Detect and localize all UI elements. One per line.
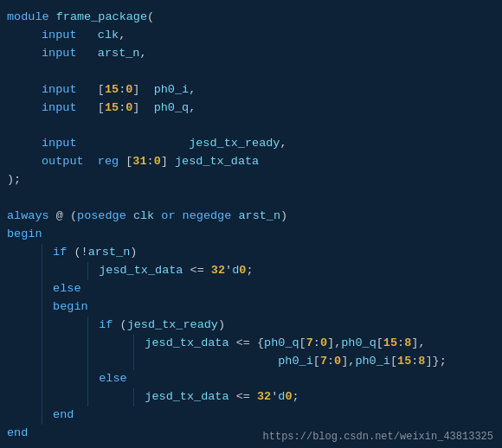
- code-line-7: [7, 118, 495, 136]
- code-line-8: input jesd_tx_ready ,: [7, 135, 495, 153]
- code-line-23: end: [7, 406, 495, 425]
- ident-ph0-i: ph0_i: [154, 81, 190, 99]
- code-line-14: if (! arst_n ): [7, 244, 495, 262]
- keyword-reg: reg: [98, 153, 119, 171]
- code-line-2: input clk ,: [7, 27, 495, 45]
- keyword-input-3: input: [42, 81, 77, 99]
- code-line-6: input [ 15 : 0 ] ph0_q ,: [7, 99, 495, 118]
- code-line-5: input [ 15 : 0 ] ph0_i ,: [7, 81, 495, 99]
- keyword-module: module: [7, 9, 49, 27]
- code-line-3: input arst_n ,: [7, 45, 495, 63]
- keyword-if-2: if: [99, 317, 113, 335]
- keyword-posedge: posedge: [77, 208, 126, 226]
- keyword-else-2: else: [99, 370, 126, 388]
- keyword-always: always: [7, 208, 49, 226]
- code-line-25: [7, 443, 495, 448]
- code-line-20: ph0_i [ 7 : 0 ], ph0_i [ 15 : 8 ]};: [7, 353, 495, 371]
- code-line-10: );: [7, 171, 495, 189]
- keyword-end-1: end: [53, 406, 74, 425]
- code-line-9: output reg [ 31 : 0 ] jesd_tx_data: [7, 153, 495, 171]
- keyword-input-1: input: [42, 27, 77, 45]
- code-line-1: module frame_package (: [7, 9, 495, 27]
- code-line-18: if ( jesd_tx_ready ): [7, 317, 495, 335]
- keyword-input-4: input: [42, 99, 77, 118]
- keyword-input-2: input: [42, 45, 77, 63]
- code-line-16: else: [7, 280, 495, 298]
- keyword-input-5: input: [42, 135, 77, 153]
- keyword-begin-2: begin: [53, 298, 88, 317]
- code-line-11: [7, 189, 495, 208]
- keyword-else-1: else: [53, 280, 80, 298]
- code-line-21: else: [7, 370, 495, 388]
- keyword-end-2: end: [7, 425, 28, 443]
- ident-jesd-tx-data: jesd_tx_data: [175, 153, 259, 171]
- code-line-17: begin: [7, 298, 495, 317]
- keyword-or: or: [161, 208, 175, 226]
- code-line-19: jesd_tx_data <= { ph0_q [ 7 : 0 ], ph0_q…: [7, 335, 495, 353]
- code-line-13: begin: [7, 226, 495, 244]
- code-line-15: jesd_tx_data <= 32 ' d 0 ;: [7, 262, 495, 280]
- ident-frame-package: frame_package: [56, 9, 147, 27]
- code-line-12: always @ ( posedge clk or negedge arst_n…: [7, 208, 495, 226]
- keyword-output: output: [42, 153, 84, 171]
- ident-jesd-tx-ready: jesd_tx_ready: [189, 135, 280, 153]
- keyword-begin-1: begin: [7, 226, 42, 244]
- code-line-4: [7, 63, 495, 81]
- footer-url: https://blog.csdn.net/weixin_43813325: [263, 430, 493, 443]
- code-block: module frame_package ( input clk , input…: [0, 9, 502, 448]
- ident-arst-n: arst_n: [98, 45, 140, 63]
- blog-url: https://blog.csdn.net/weixin_43813325: [263, 431, 493, 443]
- keyword-negedge: negedge: [183, 208, 232, 226]
- code-container: module frame_package ( input clk , input…: [0, 0, 502, 448]
- code-line-22: jesd_tx_data <= 32 ' d 0 ;: [7, 388, 495, 406]
- ident-ph0-q: ph0_q: [154, 99, 190, 118]
- ident-clk: clk: [98, 27, 119, 45]
- keyword-if-1: if: [53, 244, 67, 262]
